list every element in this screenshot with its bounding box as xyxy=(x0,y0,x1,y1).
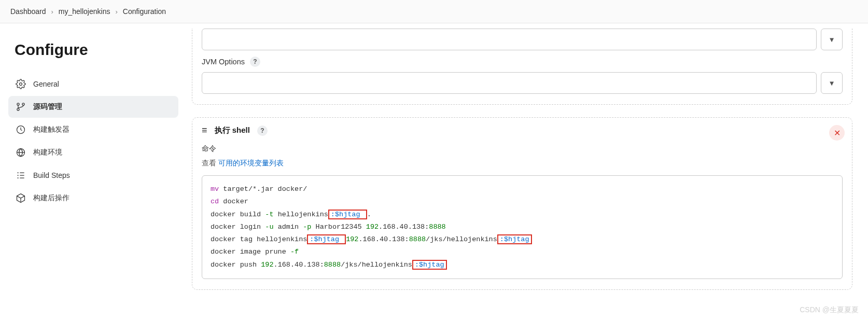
breadcrumb-item-configuration[interactable]: Configuration xyxy=(123,7,166,16)
jvm-options-input[interactable] xyxy=(202,72,817,94)
env-vars-link[interactable]: 可用的环境变量列表 xyxy=(218,159,284,167)
shell-block-title: 执行 shell xyxy=(215,126,250,135)
svg-point-2 xyxy=(17,108,19,110)
close-button[interactable]: ✕ xyxy=(829,125,845,141)
steps-icon xyxy=(16,170,26,180)
dropdown-button-2[interactable]: ▼ xyxy=(821,72,843,94)
chevron-down-icon: ▼ xyxy=(828,79,835,87)
help-icon[interactable]: ? xyxy=(257,126,268,136)
text-input-1[interactable] xyxy=(202,29,817,50)
breadcrumb-item-project[interactable]: my_hellojenkins xyxy=(59,7,110,16)
env-vars-link-row: 查看 可用的环境变量列表 xyxy=(202,159,843,168)
page-title: Configure xyxy=(8,36,178,73)
sidebar-item-environment[interactable]: 构建环境 xyxy=(8,142,178,163)
sidebar-item-post-build[interactable]: 构建后操作 xyxy=(8,187,178,209)
chevron-down-icon: ▼ xyxy=(828,36,835,44)
sidebar-item-label: Build Steps xyxy=(33,171,70,179)
sidebar-item-build-steps[interactable]: Build Steps xyxy=(8,164,178,186)
svg-point-0 xyxy=(20,83,22,86)
svg-point-1 xyxy=(17,103,19,105)
drag-handle-icon[interactable]: ≡ xyxy=(202,125,207,136)
gear-icon xyxy=(16,79,26,89)
branch-icon xyxy=(16,102,26,112)
breadcrumb-item-dashboard[interactable]: Dashboard xyxy=(10,7,46,16)
chevron-right-icon: › xyxy=(115,8,117,16)
sidebar-item-scm[interactable]: 源码管理 xyxy=(8,96,178,118)
globe-icon xyxy=(16,147,26,158)
sidebar-item-label: 构建触发器 xyxy=(33,125,69,134)
chevron-right-icon: › xyxy=(51,8,53,16)
help-icon[interactable]: ? xyxy=(250,57,260,67)
clock-icon xyxy=(16,124,26,135)
sidebar-item-label: General xyxy=(33,80,59,88)
command-label: 命令 xyxy=(202,144,843,154)
sidebar-item-general[interactable]: General xyxy=(8,73,178,95)
sidebar: Configure General 源码管理 构建触发器 构建环境 xyxy=(0,23,187,313)
jvm-options-label: JVM Options xyxy=(202,58,245,66)
cube-icon xyxy=(16,193,26,203)
sidebar-item-label: 构建环境 xyxy=(33,148,62,157)
breadcrumb: Dashboard › my_hellojenkins › Configurat… xyxy=(0,0,868,23)
svg-point-3 xyxy=(22,103,24,105)
main-content: ▼ JVM Options ? ▼ ✕ ≡ 执行 shell ? xyxy=(187,23,868,313)
sidebar-item-label: 构建后操作 xyxy=(33,193,69,203)
dropdown-button-1[interactable]: ▼ xyxy=(821,29,843,50)
shell-block: ✕ ≡ 执行 shell ? 命令 查看 可用的环境变量列表 mv target… xyxy=(192,117,852,290)
shell-command-input[interactable]: mv target/*.jar docker/ cd docker docker… xyxy=(202,175,843,279)
sidebar-item-label: 源码管理 xyxy=(33,102,62,112)
close-icon: ✕ xyxy=(834,128,841,138)
config-block-top: ▼ JVM Options ? ▼ xyxy=(192,29,852,105)
sidebar-item-triggers[interactable]: 构建触发器 xyxy=(8,119,178,141)
